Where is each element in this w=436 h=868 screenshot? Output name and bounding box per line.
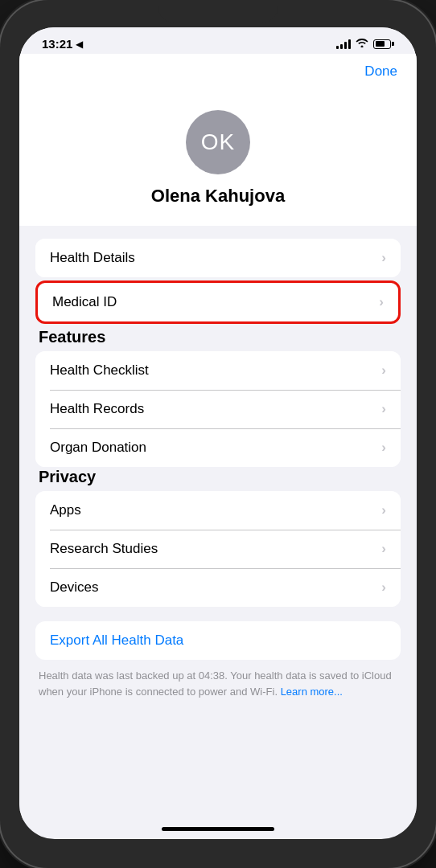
medical-id-item[interactable]: Medical ID › — [35, 280, 401, 324]
status-time: 13:21 — [42, 37, 72, 51]
done-button[interactable]: Done — [364, 54, 397, 86]
avatar-initials: OK — [201, 129, 235, 155]
health-checklist-item[interactable]: Health Checklist › — [35, 351, 401, 390]
apps-chevron-icon: › — [381, 502, 386, 518]
header-area: Done — [19, 54, 417, 102]
medical-id-chevron-icon: › — [379, 294, 384, 310]
research-studies-item[interactable]: Research Studies › — [35, 530, 401, 568]
health-details-item[interactable]: Health Details › — [35, 239, 401, 277]
organ-donation-label: Organ Donation — [50, 440, 146, 456]
medical-id-label: Medical ID — [52, 294, 117, 310]
export-button[interactable]: Export All Health Data — [50, 633, 183, 649]
avatar: OK — [186, 110, 250, 174]
organ-donation-chevron-icon: › — [381, 440, 386, 456]
notch — [158, 0, 278, 23]
research-studies-chevron-icon: › — [381, 541, 386, 557]
profile-name: Olena Kahujova — [151, 186, 285, 207]
health-records-label: Health Records — [50, 401, 144, 417]
organ-donation-item[interactable]: Organ Donation › — [35, 428, 401, 467]
features-header: Features — [39, 328, 105, 346]
backup-info: Health data was last backed up at 04:38.… — [35, 668, 401, 699]
devices-item[interactable]: Devices › — [35, 568, 401, 607]
home-indicator — [162, 827, 274, 831]
research-studies-label: Research Studies — [50, 541, 158, 557]
features-list-card: Health Checklist › Health Records › Orga… — [35, 351, 401, 467]
spacer-export — [19, 607, 417, 615]
export-section: Export All Health Data — [35, 621, 401, 660]
apps-item[interactable]: Apps › — [35, 491, 401, 530]
health-details-label: Health Details — [50, 250, 135, 266]
devices-chevron-icon: › — [381, 579, 386, 596]
bottom-spacer — [19, 715, 417, 723]
wifi-icon — [356, 38, 368, 50]
health-details-card: Health Details › — [35, 239, 401, 277]
privacy-header: Privacy — [39, 468, 96, 486]
health-records-item[interactable]: Health Records › — [35, 390, 401, 428]
location-icon: ◀ — [76, 39, 83, 50]
apps-label: Apps — [50, 502, 81, 518]
privacy-spacer: Privacy — [19, 467, 417, 491]
spacer-1 — [19, 226, 417, 232]
signal-bars-icon — [336, 39, 351, 49]
battery-icon — [373, 39, 394, 49]
status-icons — [336, 38, 394, 50]
learn-more-link[interactable]: Learn more... — [281, 686, 343, 698]
health-checklist-chevron-icon: › — [381, 362, 386, 379]
health-details-chevron-icon: › — [381, 250, 386, 266]
devices-label: Devices — [50, 579, 98, 596]
privacy-list-card: Apps › Research Studies › Devices › — [35, 491, 401, 607]
health-checklist-label: Health Checklist — [50, 362, 149, 379]
health-records-chevron-icon: › — [381, 401, 386, 417]
phone-screen: 13:21 ◀ — [19, 27, 417, 839]
status-bar: 13:21 ◀ — [19, 27, 417, 54]
scroll-content[interactable]: Done OK Olena Kahujova Health Details › — [19, 54, 417, 821]
backup-text: Health data was last backed up at 04:38.… — [39, 669, 392, 698]
profile-section: OK Olena Kahujova — [19, 102, 417, 226]
phone-frame: 13:21 ◀ — [0, 0, 436, 868]
features-spacer: Features — [19, 327, 417, 351]
medical-id-card: Medical ID › — [35, 280, 401, 324]
